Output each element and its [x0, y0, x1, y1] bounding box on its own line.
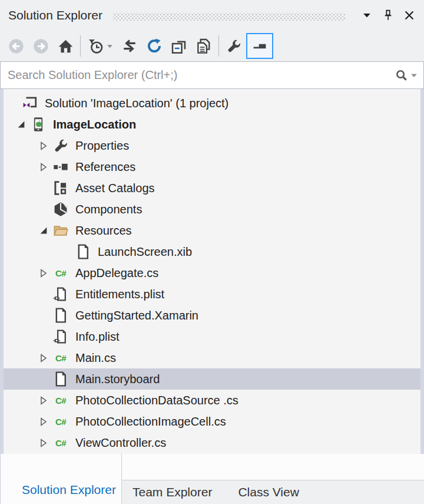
preview-selected-items-button[interactable] — [246, 33, 273, 59]
search-row — [0, 61, 424, 89]
show-all-files-icon — [196, 38, 212, 54]
tree-item-photocollectionimagecell-cs[interactable]: C#PhotoCollectionImageCell.cs — [4, 411, 420, 432]
tab-label: Solution Explorer — [22, 483, 116, 497]
tree-item-solution-imagelocation-1-project-[interactable]: Solution 'ImageLocation' (1 project) — [4, 93, 420, 114]
tree-item-label: PhotoCollectionImageCell.cs — [75, 415, 226, 429]
expander-expanded-icon[interactable] — [16, 120, 26, 129]
expander-spacer — [8, 98, 18, 108]
tree-item-label: Resources — [75, 224, 132, 238]
expander-spacer — [39, 311, 48, 320]
expander-collapsed-icon[interactable] — [39, 438, 48, 447]
search-button[interactable] — [395, 69, 423, 82]
tree-item-components[interactable]: Components — [4, 199, 420, 220]
home-button[interactable] — [53, 33, 78, 59]
collapse-all-button[interactable] — [167, 33, 191, 59]
tree-item-resources[interactable]: Resources — [4, 220, 420, 241]
expander-spacer — [39, 374, 48, 384]
refresh-button[interactable] — [142, 33, 167, 59]
expander-spacer — [39, 183, 48, 193]
tree-item-imagelocation[interactable]: ImageLocation — [4, 114, 420, 135]
tree-item-appdelegate-cs[interactable]: C#AppDelegate.cs — [4, 262, 420, 284]
csharp-file-icon: C# — [53, 265, 68, 281]
pending-changes-filter-button[interactable] — [83, 33, 117, 59]
expander-spacer — [39, 332, 48, 341]
tree-item-label: ImageLocation — [53, 118, 136, 131]
back-button[interactable] — [4, 33, 28, 59]
ios-project-icon — [31, 117, 46, 132]
csharp-file-icon: C# — [53, 414, 68, 429]
chevron-down-icon — [363, 12, 371, 18]
tree-item-label: GettingStarted.Xamarin — [75, 309, 198, 322]
tree-item-label: References — [75, 160, 135, 174]
inactive-tab-strip: Team ExplorerClass View — [122, 480, 424, 504]
file-icon — [53, 371, 68, 387]
tree-item-asset-catalogs[interactable]: Asset Catalogs — [4, 177, 420, 199]
plist-file-icon — [53, 329, 68, 344]
drag-grip[interactable] — [113, 13, 345, 21]
tree-item-launchscreen-xib[interactable]: LaunchScreen.xib — [4, 241, 420, 262]
expander-collapsed-icon[interactable] — [39, 396, 48, 405]
tree-item-label: Main.storyboard — [75, 373, 160, 386]
asset-catalog-icon — [53, 180, 68, 196]
panel-titlebar: Solution Explorer — [0, 0, 424, 31]
expander-spacer — [39, 289, 48, 299]
tree-item-entitlements-plist[interactable]: Entitlements.plist — [4, 284, 420, 305]
tree-item-properties[interactable]: Properties — [4, 135, 420, 156]
tree-item-label: Info.plist — [75, 330, 119, 344]
search-input[interactable] — [1, 62, 395, 88]
collapse-all-icon — [171, 38, 187, 54]
expander-expanded-icon[interactable] — [39, 226, 48, 235]
chevron-down-icon — [410, 73, 418, 78]
wrench-icon — [227, 39, 241, 54]
toolbar-separator — [80, 35, 81, 57]
tree-item-references[interactable]: References — [4, 156, 420, 177]
chevron-down-icon — [107, 44, 113, 49]
toolbar — [0, 31, 424, 61]
tree-item-main-storyboard[interactable]: Main.storyboard — [4, 368, 420, 390]
window-position-button[interactable] — [358, 6, 376, 24]
sync-with-active-document-button[interactable] — [117, 33, 142, 59]
solution-icon — [22, 95, 38, 111]
tree-item-label: ViewController.cs — [75, 436, 166, 450]
refresh-icon — [146, 38, 163, 54]
auto-hide-pin-button[interactable] — [379, 6, 397, 24]
tool-window-tab-bar: Solution Explorer Team ExplorerClass Vie… — [0, 454, 424, 504]
expander-collapsed-icon[interactable] — [39, 417, 48, 426]
tree-item-main-cs[interactable]: C#Main.cs — [4, 347, 420, 368]
tree-item-label: Main.cs — [75, 351, 116, 365]
tree-item-photocollectiondatasource-cs[interactable]: C#PhotoCollectionDataSource .cs — [4, 390, 420, 411]
forward-button[interactable] — [28, 33, 53, 59]
expander-spacer — [39, 205, 48, 214]
tree-item-label: Properties — [75, 139, 129, 153]
solution-tree: Solution 'ImageLocation' (1 project) Ima… — [0, 89, 424, 454]
expander-collapsed-icon[interactable] — [39, 268, 48, 278]
expander-collapsed-icon[interactable] — [39, 353, 48, 363]
home-icon — [58, 38, 74, 54]
tree-item-label: Solution 'ImageLocation' (1 project) — [45, 97, 228, 110]
preview-icon — [251, 38, 268, 54]
tab-class-view[interactable]: Class View — [238, 485, 299, 499]
panel-title: Solution Explorer — [8, 8, 102, 22]
tree-item-label: Asset Catalogs — [75, 182, 155, 195]
csharp-file-icon: C# — [53, 435, 68, 450]
pin-icon — [383, 9, 393, 21]
expander-collapsed-icon[interactable] — [39, 141, 48, 150]
sync-icon — [121, 38, 138, 54]
expander-spacer — [61, 247, 71, 256]
expander-collapsed-icon[interactable] — [39, 162, 48, 172]
properties-button[interactable] — [221, 33, 246, 59]
tree-item-viewcontroller-cs[interactable]: C#ViewController.cs — [4, 432, 420, 453]
search-icon — [395, 69, 408, 82]
tab-team-explorer[interactable]: Team Explorer — [132, 485, 212, 499]
file-icon — [53, 308, 68, 323]
show-all-files-button[interactable] — [191, 33, 216, 59]
tree-item-label: Components — [75, 203, 142, 216]
solution-explorer-panel: Solution Explorer — [0, 0, 424, 504]
tree-item-gettingstarted-xamarin[interactable]: GettingStarted.Xamarin — [4, 305, 420, 326]
tree-item-label: PhotoCollectionDataSource .cs — [75, 394, 238, 407]
tree-item-info-plist[interactable]: Info.plist — [4, 326, 420, 347]
tab-solution-explorer[interactable]: Solution Explorer — [1, 454, 122, 504]
csharp-file-icon: C# — [53, 393, 68, 408]
close-button[interactable] — [400, 6, 418, 24]
csharp-file-icon: C# — [53, 350, 68, 365]
